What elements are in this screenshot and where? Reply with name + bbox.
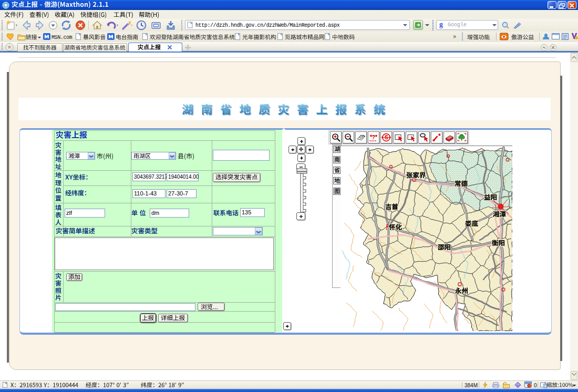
svg-text:?: ? xyxy=(372,135,375,140)
